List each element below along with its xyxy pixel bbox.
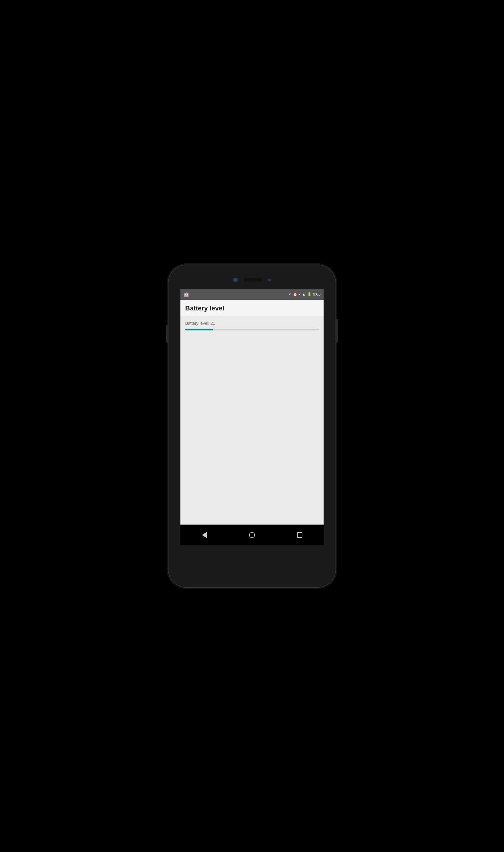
phone-top-hardware <box>168 271 336 289</box>
front-camera-right <box>268 278 271 282</box>
recents-icon <box>297 532 302 538</box>
status-bar: 🤖 ✴ ⏰ ▾ ▲ 🔋 9:06 <box>180 289 324 300</box>
clock: 9:06 <box>313 292 321 296</box>
status-bar-right: ✴ ⏰ ▾ ▲ 🔋 9:06 <box>288 292 321 296</box>
battery-progress-fill <box>185 329 213 330</box>
battery-progress-track <box>185 329 319 330</box>
bluetooth-icon: ✴ <box>288 292 291 296</box>
content-area: Battery level: 21 <box>180 316 324 525</box>
front-camera-left <box>233 278 238 283</box>
battery-icon: 🔋 <box>307 292 312 296</box>
phone-screen: 🤖 ✴ ⏰ ▾ ▲ 🔋 9:06 Battery level Battery l… <box>180 289 324 545</box>
recents-button[interactable] <box>292 529 307 541</box>
android-notification-icon: 🤖 <box>183 291 190 297</box>
app-bar: Battery level <box>180 300 324 316</box>
home-icon <box>249 532 255 538</box>
battery-level-label: Battery level: 21 <box>185 321 319 326</box>
app-title: Battery level <box>185 305 224 312</box>
navigation-bar <box>180 525 324 545</box>
alarm-icon: ⏰ <box>293 292 297 296</box>
phone-device: 🤖 ✴ ⏰ ▾ ▲ 🔋 9:06 Battery level Battery l… <box>168 265 336 587</box>
back-icon <box>202 532 207 538</box>
status-bar-left: 🤖 <box>183 291 190 297</box>
back-button[interactable] <box>197 529 212 541</box>
signal-icon: ▲ <box>302 292 306 296</box>
earpiece-speaker <box>244 278 262 282</box>
wifi-icon: ▾ <box>299 292 301 296</box>
home-button[interactable] <box>245 529 259 541</box>
